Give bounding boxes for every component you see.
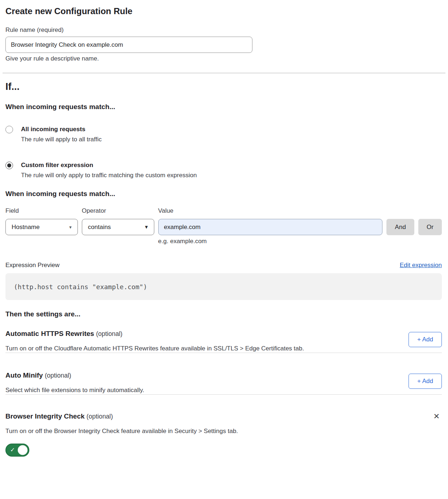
radio-all-requests-description: The rule will apply to all traffic [21,136,102,144]
and-button[interactable]: And [386,219,414,235]
setting-title: Browser Integrity Check (optional) [5,412,113,421]
rule-name-help: Give your rule a descriptive name. [5,55,442,62]
edit-expression-link[interactable]: Edit expression [400,261,442,269]
create-configuration-rule-form: Create new Configuration Rule Rule name … [0,6,448,457]
operator-select-value: contains [88,224,111,231]
active-setting-title-row: Browser Integrity Check (optional) ✕ [5,412,442,421]
setting-texts: Auto Minify (optional) Select which file… [5,371,144,394]
setting-title: Automatic HTTPS Rewrites (optional) [5,329,304,338]
expression-builder-row: Field Hostname ▼ Operator contains ▼ Val… [5,207,442,245]
radio-custom-filter-label: Custom filter expression [21,161,197,169]
setting-title-text: Browser Integrity Check [5,412,85,420]
radio-custom-filter-description: The rule will only apply to traffic matc… [21,171,197,179]
setting-description: Turn on or off the Browser Integrity Che… [5,427,442,435]
optional-text: (optional) [45,372,71,379]
section-divider [5,394,442,395]
optional-tag: (optional) [96,330,122,337]
optional-tag: (optional) [87,413,113,420]
chevron-down-icon: ▼ [68,225,72,229]
setting-title-text: Automatic HTTPS Rewrites [5,330,94,337]
or-column: Or [418,207,442,235]
chevron-down-icon: ▼ [144,224,149,230]
field-select-value: Hostname [12,224,39,231]
field-column: Field Hostname ▼ [5,207,78,235]
operator-label: Operator [82,207,154,215]
value-help: e.g. example.com [158,237,382,245]
setting-browser-integrity-check: Browser Integrity Check (optional) ✕ Tur… [5,412,442,457]
if-heading: If... [5,81,442,92]
expression-preview-header: Expression Preview Edit expression [5,261,442,269]
optional-tag: (optional) [45,372,71,379]
setting-title-text: Auto Minify [5,371,43,379]
expression-preview-code: (http.host contains "example.com") [5,273,442,300]
match-type-heading: When incoming requests match... [5,103,442,111]
radio-dot [7,163,11,167]
add-auto-minify-button[interactable]: + Add [409,374,442,389]
section-divider [5,353,442,353]
radio-all-requests-label: All incoming requests [21,125,102,133]
optional-text: (optional) [87,413,113,420]
section-divider [3,73,445,73]
page-title: Create new Configuration Rule [5,6,442,16]
operator-column: Operator contains ▼ [82,207,154,235]
optional-text: (optional) [96,330,122,337]
check-icon: ✓ [10,446,15,453]
toggle-knob [18,445,28,455]
operator-select[interactable]: contains ▼ [82,219,154,235]
radio-option-custom-filter[interactable]: Custom filter expression The rule will o… [5,161,442,179]
expression-preview-label: Expression Preview [5,261,59,269]
radio-option-all-requests[interactable]: All incoming requests The rule will appl… [5,125,442,144]
setting-texts: Automatic HTTPS Rewrites (optional) Turn… [5,329,304,353]
setting-description: Turn on or off the Cloudflare Automatic … [5,345,304,353]
radio-all-requests[interactable] [5,126,13,133]
setting-description: Select which file extensions to minify a… [5,386,144,394]
rule-name-input[interactable] [5,37,252,53]
value-input[interactable] [158,219,382,235]
field-label: Field [5,207,78,215]
browser-integrity-toggle[interactable]: ✓ [5,444,29,457]
radio-texts: Custom filter expression The rule will o… [21,161,197,179]
add-https-rewrites-button[interactable]: + Add [409,332,442,347]
radio-texts: All incoming requests The rule will appl… [21,125,102,144]
radio-custom-filter[interactable] [5,162,13,169]
then-settings-heading: Then the settings are... [5,310,442,319]
rule-name-label: Rule name (required) [5,26,442,34]
expression-builder-heading: When incoming requests match... [5,190,442,198]
value-column: Value e.g. example.com [158,207,382,245]
and-column: And [386,207,418,235]
or-button[interactable]: Or [418,219,442,235]
value-label: Value [158,207,382,215]
setting-title: Auto Minify (optional) [5,371,144,380]
close-icon[interactable]: ✕ [431,412,442,421]
field-select[interactable]: Hostname ▼ [5,219,78,235]
setting-automatic-https-rewrites: Automatic HTTPS Rewrites (optional) Turn… [5,329,442,353]
setting-auto-minify: Auto Minify (optional) Select which file… [5,371,442,394]
